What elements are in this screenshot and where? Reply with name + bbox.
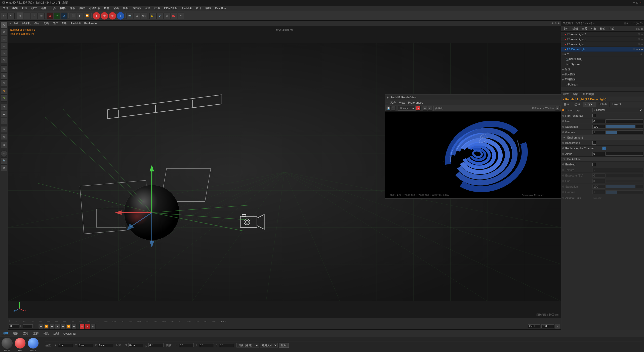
menu-spline[interactable]: 样条 xyxy=(68,6,77,11)
obj-vis[interactable]: 👁 xyxy=(633,48,635,51)
pos-y-input[interactable] xyxy=(78,343,93,347)
weight-btn[interactable]: W xyxy=(164,13,170,19)
size-h-input[interactable] xyxy=(148,343,164,347)
obj-polygon[interactable]: ◇ Polygon xyxy=(561,82,644,87)
obj-rs-area-light-1[interactable]: ● RS Area Light.1 👁 ◈ xyxy=(561,37,644,42)
mat-rsm[interactable]: RS M xyxy=(2,338,13,352)
rot-h-input[interactable] xyxy=(179,343,194,347)
menu-edit[interactable]: 编辑 xyxy=(11,6,20,11)
tool-select-points[interactable]: · xyxy=(24,13,30,19)
render-region-btn[interactable]: ⬛ xyxy=(70,13,76,19)
tool-select-model[interactable]: ◈ xyxy=(17,13,23,19)
tool-bevel[interactable]: ◆ xyxy=(1,111,7,117)
vp-icon2[interactable]: ⊟ xyxy=(554,22,556,25)
pos-x-input[interactable] xyxy=(58,343,73,347)
apply-btn[interactable]: 应用 xyxy=(279,343,289,348)
tool-live[interactable]: ⊙ xyxy=(1,29,7,35)
tool-extrude[interactable]: ⬆ xyxy=(1,104,7,110)
rv-menu-file[interactable]: 文件 xyxy=(389,100,397,105)
tab-mode[interactable]: 模式 xyxy=(561,92,571,97)
vp-icon1[interactable]: ⊞ xyxy=(551,22,553,25)
obj-vis[interactable]: 👁 xyxy=(638,38,640,40)
obj-rs-camera[interactable]: 📷 RS 摄像机 xyxy=(561,57,644,62)
end-frame-input[interactable]: 250 F xyxy=(528,324,540,328)
vp-menu-options[interactable]: 选项 xyxy=(42,21,50,25)
current-frame-input[interactable]: 0 xyxy=(9,324,19,328)
replace-alpha-checkbox[interactable]: ✓ xyxy=(602,147,606,150)
hue-input[interactable] xyxy=(592,119,605,123)
coord-mode-select[interactable]: 对象（相对） xyxy=(236,343,259,347)
tool-undo[interactable]: ↩ xyxy=(1,13,8,19)
size-x-input[interactable] xyxy=(128,343,143,347)
tool-s2[interactable]: S xyxy=(1,95,7,102)
xpresso-btn[interactable]: XP xyxy=(149,13,156,19)
texture-type-select[interactable]: Spherical xyxy=(592,108,643,112)
btn-goto-start[interactable]: ⏮ xyxy=(38,324,43,329)
menu-mode[interactable]: 模式 xyxy=(30,6,39,11)
obj-lock[interactable]: ◈ xyxy=(641,43,643,46)
obj-lock[interactable]: ◈ xyxy=(636,48,638,51)
close-btn[interactable]: ✕ xyxy=(640,1,642,4)
tool-rect[interactable]: ▭ xyxy=(1,36,7,42)
vp-menu-icon[interactable]: ≡ xyxy=(10,22,11,25)
tab-select2[interactable]: 选择 xyxy=(32,331,40,336)
tool-knife[interactable]: ✂ xyxy=(1,126,7,133)
scene-menu-bookmarks[interactable]: 书签 xyxy=(608,27,616,31)
obj-rs-area-light[interactable]: ● RS Area Light 👁 ◈ xyxy=(561,42,644,47)
coord-size-select[interactable]: 绝对尺寸 xyxy=(260,343,278,347)
tab-coord[interactable]: 坐标 xyxy=(572,102,583,107)
rv-btn-save[interactable]: 💾 xyxy=(386,106,391,111)
rotate-btn[interactable]: ○ xyxy=(117,12,124,20)
mat-mat1[interactable]: Mat.1 xyxy=(28,338,39,352)
menu-redshift[interactable]: Redshift xyxy=(180,6,193,10)
btn-record2[interactable]: ⊕ xyxy=(85,324,90,329)
axis-x-btn[interactable]: X xyxy=(47,13,53,19)
vp-menu-display[interactable]: 显示 xyxy=(33,21,41,25)
scene-menu-file[interactable]: 文件 xyxy=(562,27,570,31)
pos-z-input[interactable] xyxy=(98,343,113,347)
btn-stop[interactable]: ■ xyxy=(55,324,60,329)
menu-mesh[interactable]: 网格 xyxy=(58,6,67,11)
obj-render[interactable]: ▲ xyxy=(638,48,641,51)
render-frame-btn[interactable]: ▶ xyxy=(77,13,83,19)
live-select-btn[interactable]: ● xyxy=(93,12,100,20)
vp-menu-camera[interactable]: 摄像机 xyxy=(21,21,32,25)
obj-vis[interactable]: 👁 xyxy=(638,33,640,35)
tab-texture[interactable]: 纹理 xyxy=(52,331,60,336)
scene-menu-edit[interactable]: 编辑 xyxy=(571,27,579,31)
btn-prev-frame[interactable]: ⏪ xyxy=(44,324,49,329)
obj-rs-dome-light[interactable]: ● RS Dome Light 👁 ◈ ▲ ◆ xyxy=(561,47,644,52)
vp-menu-filter[interactable]: 过滤 xyxy=(51,21,59,25)
rv-menu-prefs[interactable]: Preferences xyxy=(407,101,424,104)
scene-menu-tags[interactable]: 标签 xyxy=(598,27,607,31)
tool-scale[interactable]: ⊕ xyxy=(1,72,7,79)
tab-userdata[interactable]: 用户数据 xyxy=(581,92,596,97)
menu-create[interactable]: 创建 xyxy=(20,6,29,11)
tool-circle[interactable]: ○ xyxy=(1,43,7,49)
obj-xpsystem[interactable]: ⚙ xpSystem xyxy=(561,62,644,67)
tool-select-edges[interactable]: / xyxy=(31,13,37,19)
alpha-slider[interactable] xyxy=(606,152,643,156)
obj-cloth[interactable]: ▶ 布料曲面 xyxy=(561,77,644,82)
tool-dots[interactable]: ⁞⁞ xyxy=(1,142,7,148)
qr-btn[interactable]: QR xyxy=(141,13,147,19)
btn-play-back[interactable]: ◀ xyxy=(49,324,54,329)
vp-menu-panel[interactable]: 面板 xyxy=(60,21,68,25)
bg-checkbox[interactable] xyxy=(592,141,596,145)
tool-s[interactable]: S xyxy=(1,88,7,95)
grid-btn[interactable]: ⊞ xyxy=(134,13,140,19)
obj-vis[interactable]: 👁 xyxy=(638,43,640,46)
tab-details[interactable]: Details xyxy=(596,102,610,107)
scene-menu-view[interactable]: 查看 xyxy=(580,27,588,31)
current-frame-input2[interactable]: 0 xyxy=(23,324,33,328)
vp-icon3[interactable]: ⊠ xyxy=(557,22,559,25)
btn-timeline-opt[interactable]: ≡ xyxy=(555,324,560,329)
tab-create[interactable]: 创建 xyxy=(2,331,10,336)
rv-menu-view[interactable]: View xyxy=(398,101,406,104)
menu-realflow[interactable]: RealFlow xyxy=(213,6,228,10)
minimize-btn[interactable]: ─ xyxy=(633,1,635,4)
alpha-input[interactable] xyxy=(592,152,605,156)
menu-animate[interactable]: 动画 xyxy=(112,6,121,11)
obj-subdiv[interactable]: ▶ 细分曲面 xyxy=(561,72,644,77)
prop-value-texture[interactable]: Spherical xyxy=(592,108,643,112)
